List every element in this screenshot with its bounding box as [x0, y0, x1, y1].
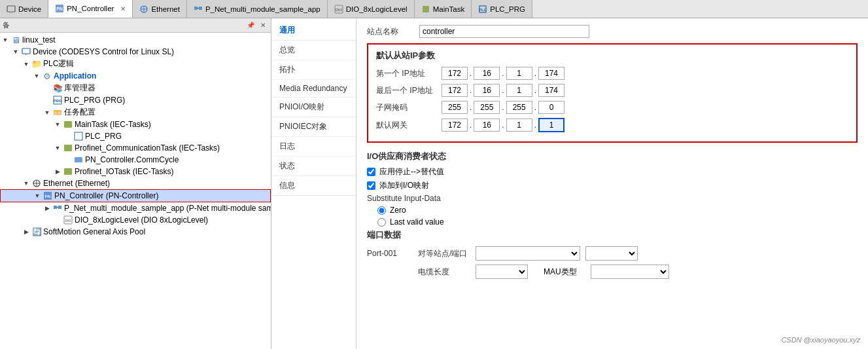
expander-pn-controller[interactable]: ▼	[32, 191, 43, 201]
expander-application[interactable]: ▼	[31, 71, 42, 81]
expander-pn-comm[interactable]: ▶	[63, 155, 73, 165]
last-ip-label: 最后一个 IP地址	[376, 85, 442, 96]
first-ip-d[interactable]	[538, 67, 564, 80]
expander-linux-test[interactable]: ▼	[0, 35, 10, 45]
nav-item-pnioiec[interactable]: PNIOIEC对象	[271, 117, 356, 137]
expander-device[interactable]: ▼	[10, 46, 21, 57]
gateway-label: 默认网关	[376, 120, 442, 131]
nav-item-info[interactable]: 信息	[271, 176, 356, 196]
last-ip-b[interactable]	[474, 84, 500, 97]
expander-p-net[interactable]: ▶	[42, 203, 52, 213]
svg-text:PN: PN	[45, 194, 50, 198]
gateway-a[interactable]	[442, 119, 468, 132]
expander-plcprg-task[interactable]: ▶	[63, 131, 73, 141]
nav-item-status[interactable]: 状态	[271, 156, 356, 176]
subnet-b[interactable]	[474, 101, 500, 114]
gateway-c[interactable]	[506, 119, 532, 132]
last-ip-d[interactable]	[538, 84, 564, 97]
mau-type-select[interactable]	[591, 265, 669, 279]
expander-lib[interactable]: ▶	[42, 83, 52, 94]
tree-container[interactable]: ▼ 🖥 linux_test ▼ Device (CODESYS Control…	[0, 33, 271, 349]
tree-item-profinet-io[interactable]: ▶ Profinet_IOTask (IEC-Tasks)	[0, 166, 271, 177]
tree-item-linux-test[interactable]: ▼ 🖥 linux_test	[0, 34, 271, 46]
first-ip-row: 第一个 IP地址 . . .	[376, 67, 848, 80]
subnet-d[interactable]	[538, 101, 564, 114]
mau-type-label: MAU类型	[544, 266, 583, 278]
tab-ethernet[interactable]: Ethernet	[133, 0, 186, 18]
nav-item-pnioi-mapping[interactable]: PNIOI/O映射	[271, 98, 356, 117]
task-config-icon: 任务	[52, 107, 63, 118]
tree-item-plcprg[interactable]: ▶ PRG PLC_PRG (PRG)	[0, 94, 271, 106]
tree-item-task-config[interactable]: ▼ 任务 任务配置	[0, 106, 271, 119]
label-maintask: MainTask (IEC-Tasks)	[75, 120, 151, 129]
label-profinet-io: Profinet_IOTask (IEC-Tasks)	[75, 167, 173, 176]
tab-maintask[interactable]: MainTask	[415, 0, 472, 18]
tree-item-lib-manager[interactable]: ▶ 📚 库管理器	[0, 82, 271, 94]
first-ip-a[interactable]	[442, 67, 468, 80]
close-pn-tab[interactable]: ✕	[120, 5, 126, 12]
expander-profinet-io[interactable]: ▶	[52, 166, 63, 177]
tree-item-profinet-comm[interactable]: ▼ Profinet_CommunicationTask (IEC-Tasks)	[0, 142, 271, 154]
checkbox2-input[interactable]	[367, 181, 375, 190]
gateway-b[interactable]	[474, 119, 500, 132]
main-layout: 备 📌 ✕ ▼ 🖥 linux_test ▼ Device (CODESYS C…	[0, 18, 868, 349]
tree-item-maintask[interactable]: ▼ MainTask (IEC-Tasks)	[0, 119, 271, 130]
checkbox1-input[interactable]	[367, 168, 375, 176]
expander-dio[interactable]: ▶	[52, 215, 63, 225]
expander-softmotion[interactable]: ▶	[21, 227, 31, 237]
tree-item-ethernet[interactable]: ▼ Ethernet (Ethernet)	[0, 177, 271, 189]
nav-item-media-redundancy[interactable]: Media Redundancy	[271, 80, 356, 98]
radio2-label: Last valid value	[390, 217, 444, 227]
cable-length-select[interactable]	[476, 265, 528, 279]
last-ip-field: . . .	[442, 84, 564, 97]
panel-pin-icon[interactable]: 📌	[245, 20, 256, 31]
tab-device[interactable]: Device	[0, 0, 48, 18]
tree-item-p-net-multi[interactable]: ▶ P_Net_multi_module_sample_app (P-Net m…	[0, 202, 271, 214]
tree-item-plc-logic[interactable]: ▼ 📁 PLC逻辑	[0, 58, 271, 70]
tree-item-pn-comm-cycle[interactable]: ▶ PN_Controller.CommCycle	[0, 154, 271, 166]
label-plcprg: PLC_PRG (PRG)	[64, 96, 125, 105]
nav-item-topology[interactable]: 拓扑	[271, 60, 356, 80]
peer-port-select-2[interactable]	[585, 246, 638, 261]
nav-item-general[interactable]: 通用	[271, 21, 356, 41]
plcprg-task-icon	[73, 131, 84, 141]
tab-pnet-multi[interactable]: P_Net_multi_module_sample_app	[187, 0, 328, 18]
expander-task-config[interactable]: ▼	[42, 107, 52, 118]
port-section-title: 端口数据	[367, 229, 858, 241]
tree-item-pn-controller[interactable]: ▼ PN PN_Controller (PN-Controller)	[0, 189, 271, 202]
tab-device-label: Device	[18, 5, 41, 13]
expander-ethernet[interactable]: ▼	[21, 178, 31, 189]
tree-item-plcprg-task[interactable]: ▶ PLC_PRG	[0, 130, 271, 142]
tree-item-device[interactable]: ▼ Device (CODESYS Control for Linux SL)	[0, 46, 271, 58]
expander-plcprg[interactable]: ▶	[42, 95, 52, 105]
content-area: 站点名称 默认从站IP参数 第一个 IP地址 . . .	[356, 18, 868, 349]
first-ip-b[interactable]	[474, 67, 500, 80]
radio1-input[interactable]	[377, 206, 386, 215]
expander-plc-logic[interactable]: ▼	[21, 59, 31, 69]
tab-dio[interactable]: DIO DIO_8xLogicLevel	[328, 0, 415, 18]
pn-tab-icon: PN	[55, 4, 64, 13]
expander-profinet-comm[interactable]: ▼	[52, 143, 63, 153]
nav-item-log[interactable]: 日志	[271, 137, 356, 156]
subnet-c[interactable]	[506, 101, 532, 114]
last-ip-a[interactable]	[442, 84, 468, 97]
svg-rect-1	[9, 12, 13, 13]
nav-item-overview[interactable]: 总览	[271, 41, 356, 60]
panel-close-icon[interactable]: ✕	[258, 20, 268, 31]
tree-item-softmotion[interactable]: ▶ 🔄 SoftMotion General Axis Pool	[0, 226, 271, 238]
subnet-a[interactable]	[442, 101, 468, 114]
peer-port-select[interactable]	[476, 246, 580, 261]
gateway-d[interactable]	[538, 118, 564, 132]
radio2-input[interactable]	[377, 218, 386, 227]
expander-maintask[interactable]: ▼	[52, 119, 63, 130]
tree-item-application[interactable]: ▼ ⚙ Application	[0, 70, 271, 82]
first-ip-c[interactable]	[506, 67, 532, 80]
station-name-row: 站点名称	[367, 25, 858, 38]
checkbox2-label: 添加到I/O映射	[379, 180, 429, 191]
station-name-input[interactable]	[419, 25, 589, 38]
tree-item-dio[interactable]: ▶ DIO DIO_8xLogicLevel (DIO 8xLogicLevel…	[0, 214, 271, 226]
tab-pn-controller[interactable]: PN PN_Controller ✕	[48, 0, 133, 18]
default-ip-section: 默认从站IP参数 第一个 IP地址 . . .	[367, 43, 858, 143]
tab-plcprg[interactable]: PLC PLC_PRG	[472, 0, 532, 18]
last-ip-c[interactable]	[506, 84, 532, 97]
